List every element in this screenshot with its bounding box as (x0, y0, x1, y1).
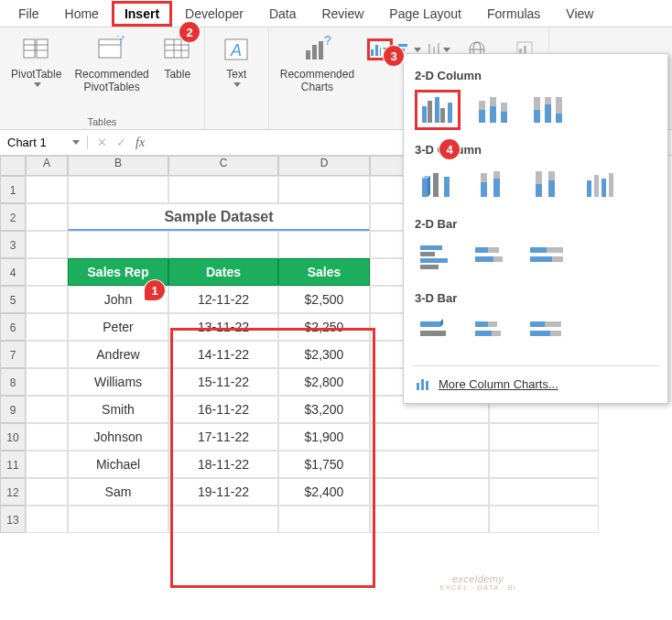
cell[interactable] (278, 506, 370, 533)
pivottable-button[interactable]: PivotTable (7, 33, 65, 89)
tab-insert[interactable]: Insert (112, 1, 172, 27)
table-cell[interactable]: Michael (68, 451, 168, 478)
cancel-icon[interactable]: ✕ (97, 136, 107, 149)
table-header[interactable]: Dates (168, 258, 278, 286)
cell[interactable] (278, 176, 370, 203)
cell[interactable] (68, 506, 168, 533)
table-cell[interactable]: 15-11-22 (168, 368, 278, 396)
table-cell[interactable]: $2,250 (278, 313, 370, 341)
tab-home[interactable]: Home (52, 1, 112, 27)
cell[interactable] (168, 506, 278, 533)
cell[interactable] (26, 231, 68, 258)
table-cell[interactable]: 12-11-22 (168, 286, 278, 313)
col-header[interactable]: B (68, 156, 168, 176)
table-cell[interactable]: $3,200 (278, 396, 370, 423)
tab-formulas[interactable]: Formulas (474, 1, 553, 27)
row-header[interactable]: 13 (0, 506, 26, 533)
dataset-title[interactable]: Sample Dataset (68, 203, 370, 231)
row-header[interactable]: 6 (0, 313, 26, 341)
3d-column-option[interactable] (580, 164, 625, 204)
name-box[interactable]: Chart 1 (0, 136, 88, 149)
cell[interactable] (489, 506, 599, 533)
row-header[interactable]: 4 (0, 258, 26, 286)
table-cell[interactable]: 13-11-22 (168, 313, 278, 341)
table-cell[interactable]: Williams (68, 368, 168, 396)
col-header[interactable]: D (278, 156, 370, 176)
row-header[interactable]: 10 (0, 423, 26, 451)
table-cell[interactable]: $1,900 (278, 423, 370, 451)
table-cell[interactable]: Smith (68, 396, 168, 423)
table-cell[interactable]: Johnson (68, 423, 168, 451)
3d-clustered-column-option[interactable] (415, 164, 461, 204)
3d-stacked-column-option[interactable] (470, 164, 515, 204)
col-header[interactable]: C (168, 156, 278, 176)
cell[interactable] (168, 231, 278, 258)
cell[interactable] (26, 341, 68, 368)
tab-file[interactable]: File (5, 1, 52, 27)
row-header[interactable]: 3 (0, 231, 26, 258)
3d-clustered-bar-option[interactable] (415, 312, 461, 353)
table-cell[interactable]: 17-11-22 (168, 423, 278, 451)
cell[interactable] (168, 176, 278, 203)
table-cell[interactable]: $2,500 (278, 286, 370, 313)
row-header[interactable]: 12 (0, 478, 26, 506)
row-header[interactable]: 8 (0, 368, 26, 396)
table-cell[interactable]: 19-11-22 (168, 478, 278, 506)
cell[interactable] (26, 203, 68, 231)
cell[interactable] (370, 506, 489, 533)
cell[interactable] (68, 176, 168, 203)
cell[interactable] (26, 313, 68, 341)
recommended-pivottables-button[interactable]: ? Recommended PivotTables (70, 33, 152, 95)
text-button[interactable]: A Text (217, 33, 255, 89)
cell[interactable] (370, 451, 489, 478)
recommended-charts-button[interactable]: ? Recommended Charts (276, 33, 358, 95)
100-stacked-column-option[interactable] (525, 90, 570, 130)
tab-view[interactable]: View (553, 1, 606, 27)
tab-review[interactable]: Review (309, 1, 376, 27)
cell[interactable] (278, 231, 370, 258)
cell[interactable] (489, 478, 599, 506)
table-cell[interactable]: 16-11-22 (168, 396, 278, 423)
100-stacked-bar-option[interactable] (525, 238, 570, 278)
col-header[interactable]: A (26, 156, 68, 176)
clustered-bar-option[interactable] (415, 238, 461, 278)
cell[interactable] (26, 451, 68, 478)
row-header[interactable]: 1 (0, 176, 26, 203)
3d-100-stacked-column-option[interactable] (525, 164, 570, 204)
cell[interactable] (26, 506, 68, 533)
table-cell[interactable]: Peter (68, 313, 168, 341)
cell[interactable] (489, 451, 599, 478)
row-header[interactable]: 2 (0, 203, 26, 231)
table-cell[interactable]: $2,400 (278, 478, 370, 506)
cell[interactable] (370, 478, 489, 506)
cell[interactable] (26, 478, 68, 506)
stacked-bar-option[interactable] (470, 238, 515, 278)
cell[interactable] (68, 231, 168, 258)
table-cell[interactable]: $2,300 (278, 341, 370, 368)
cell[interactable] (26, 176, 68, 203)
table-cell[interactable]: 18-11-22 (168, 451, 278, 478)
cell[interactable] (26, 396, 68, 423)
clustered-column-option[interactable] (415, 90, 461, 130)
table-cell[interactable]: Sam (68, 478, 168, 506)
more-column-charts-link[interactable]: More Column Charts... (411, 365, 660, 399)
cell[interactable] (26, 368, 68, 396)
row-header[interactable]: 7 (0, 341, 26, 368)
row-header[interactable]: 5 (0, 286, 26, 313)
cell[interactable] (370, 423, 489, 451)
cell[interactable] (26, 258, 68, 286)
table-cell[interactable]: $1,750 (278, 451, 370, 478)
tab-page-layout[interactable]: Page Layout (376, 1, 474, 27)
3d-100-stacked-bar-option[interactable] (525, 312, 570, 353)
table-cell[interactable]: Andrew (68, 341, 168, 368)
confirm-icon[interactable]: ✓ (116, 136, 126, 149)
table-cell[interactable]: 14-11-22 (168, 341, 278, 368)
fx-icon[interactable]: fx (135, 136, 145, 150)
cell[interactable] (26, 286, 68, 313)
stacked-column-option[interactable] (470, 90, 515, 130)
table-header[interactable]: Sales (278, 258, 370, 286)
3d-stacked-bar-option[interactable] (470, 312, 515, 353)
tab-data[interactable]: Data (256, 1, 309, 27)
row-header[interactable]: 11 (0, 451, 26, 478)
table-cell[interactable]: $2,800 (278, 368, 370, 396)
